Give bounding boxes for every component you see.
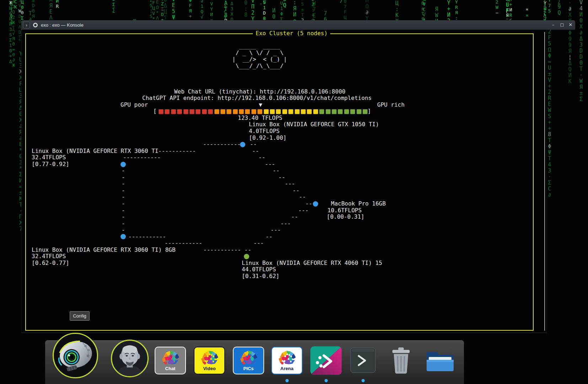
brain-logo-icon: [276, 349, 298, 367]
terminal-text: ChatGPT API endpoint: http://192.168.0.1…: [142, 95, 371, 102]
brain-logo-icon: [237, 349, 260, 367]
matrix-column: D Σ D 8 Π 8 ¦ И U X ∂ · Δ C Ψ: [224, 0, 227, 20]
window-title: exo : exo — Konsole: [41, 22, 84, 28]
matrix-column: 5 2 √ S V W D U Λ D ∑: [18, 0, 21, 40]
matrix-column: Ω 7 2 Σ ∑: [112, 0, 115, 12]
gauge-square: [208, 109, 213, 114]
matrix-column: Q ± Σ Я X F 5 ± T 2: [301, 0, 304, 23]
gauge-square: [220, 109, 225, 114]
terminal-text: ---: [271, 227, 281, 234]
gauge-square: [159, 109, 164, 114]
maximize-button[interactable]: ◻: [558, 21, 566, 28]
matrix-column: V F 4 5 ± S W E = 0 U: [263, 0, 266, 5]
terminal-text: --: [252, 148, 259, 155]
dev-app-icon: [310, 346, 342, 375]
person-portrait-icon: [112, 341, 148, 376]
terminal-text: -: [122, 214, 125, 220]
gauge-square: [233, 109, 238, 114]
terminal-text: -: [122, 201, 125, 207]
dock-item-robot-avatar[interactable]: [53, 333, 98, 378]
running-indicator-dot: [362, 379, 365, 382]
node-dot: [244, 254, 249, 259]
dock-item-pics[interactable]: PICs: [233, 347, 264, 374]
dock-item-chat[interactable]: Chat: [155, 347, 186, 374]
terminal-text: ---: [280, 220, 291, 227]
minimize-button[interactable]: –: [550, 21, 557, 28]
dock-item-konsole[interactable]: [350, 347, 376, 373]
node-dot: [121, 234, 126, 239]
terminal-text: 32.4TFLOPS: [32, 253, 66, 260]
dock-item-person-avatar[interactable]: [111, 340, 149, 377]
terminal-text: [: [153, 108, 157, 115]
gauge-square: [264, 109, 269, 114]
gauge-square: [183, 109, 188, 114]
config-button[interactable]: Config: [70, 311, 90, 321]
dock-item-dev-app[interactable]: [310, 346, 342, 375]
running-indicator-dot: [325, 379, 328, 382]
terminal-text: -----------: [128, 234, 166, 240]
gauge-square: [301, 109, 306, 114]
gauge-square: [189, 109, 194, 114]
terminal-scrollbar[interactable]: [544, 32, 545, 331]
gauge-square: [338, 109, 343, 114]
terminal-text: [0.00-0.31]: [327, 214, 364, 220]
gauge-square: [270, 109, 275, 114]
terminal-text: -: [122, 167, 125, 174]
terminal-text: --: [258, 154, 265, 161]
gauge-square: [276, 109, 281, 114]
terminal-app-icon: [350, 347, 376, 373]
terminal-text: ---: [298, 207, 309, 214]
terminal-text: 4.0TFLOPS: [249, 128, 280, 135]
matrix-column: V Φ Ж Ц 6 И И 3 S Σ 1 Θ + Δ: [9, 0, 12, 64]
matrix-column: Ξ 3 E = 4 ·: [260, 0, 262, 6]
gauge-square: [295, 109, 300, 114]
terminal-text: GPU poor: [121, 102, 148, 108]
dock-item-files[interactable]: [425, 349, 455, 373]
gauge-square: [251, 109, 256, 114]
matrix-column: Q 4 7 Q 2 Ж ∑ √ Я Θ = 0 ∂ Ж: [12, 0, 15, 68]
gauge-square: [344, 109, 349, 114]
dock-item-trash[interactable]: [390, 346, 412, 375]
gauge-square: [326, 109, 331, 114]
gauge-square: [245, 109, 250, 114]
terminal-text: --: [273, 167, 279, 174]
node-dot: [121, 162, 126, 167]
dock-item-arena[interactable]: Arena: [271, 347, 303, 374]
gauge-square: [350, 109, 355, 114]
robot-head-icon: [54, 334, 97, 377]
terminal-text: -: [122, 220, 125, 227]
terminal-text: -: [122, 207, 125, 214]
window-menu-button[interactable]: ›: [23, 22, 30, 28]
matrix-column: C U Θ U Z Ц Ц 6 6 0 Φ И R: [56, 0, 59, 9]
terminal-text: GPU rich: [377, 102, 405, 108]
running-indicator-dot: [285, 379, 289, 382]
gauge-square: [319, 109, 324, 114]
terminal-text: ▼: [259, 102, 262, 108]
gauge-square: [282, 109, 287, 114]
terminal-body: Exo Cluster (5 nodes) _____ _____ / _ \ …: [21, 30, 547, 333]
matrix-column: √ Δ + ± 2 W =: [496, 0, 498, 15]
konsole-app-icon: [33, 23, 38, 27]
terminal-text: Linux Box (NVIDIA GEFORCE RTX 3060 TI) 8…: [32, 247, 176, 254]
gauge-square: [307, 109, 312, 114]
dock-item-label: Arena: [280, 366, 294, 371]
cluster-title: Exo Cluster (5 nodes): [253, 30, 330, 37]
matrix-column: √ 2 F 5 Ω Φ = U ± V + 2 R E W S + + 8 T …: [548, 23, 551, 198]
gauge-square: [313, 109, 318, 114]
tui-frame-border: [25, 33, 534, 331]
terminal-text: 123.40 TFLOPS: [238, 115, 282, 122]
terminal-text: -----------: [203, 141, 241, 148]
matrix-column: 3 И Ξ Z : + Ω: [311, 0, 314, 23]
dock-item-video[interactable]: Video: [194, 347, 225, 374]
terminal-text: ----------- --: [203, 247, 251, 254]
terminal-text: -: [122, 174, 125, 181]
terminal-text: --: [250, 141, 257, 148]
matrix-column: V Ξ S Θ A ± F D F V 4 И 0 X ∂ Δ 3 D D Θ …: [579, 0, 583, 102]
close-button[interactable]: ✕: [567, 21, 574, 28]
terminal-text: Linux Box (NVIDIA GEFORCE GTX 1050 TI): [249, 121, 379, 128]
terminal-text: --: [278, 174, 285, 181]
window-titlebar[interactable]: › exo : exo — Konsole – ◻ ✕: [21, 20, 575, 30]
terminal-text: ---: [285, 181, 295, 187]
matrix-column: T T Π V Ψ Я ·: [507, 0, 510, 8]
dock-item-label: Video: [203, 366, 215, 371]
